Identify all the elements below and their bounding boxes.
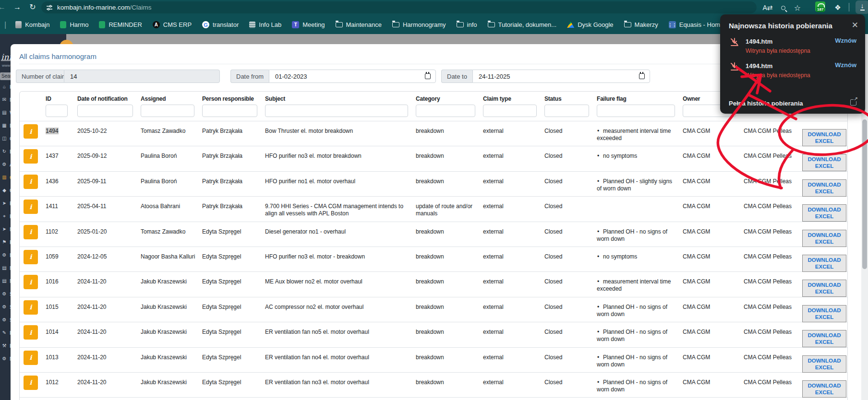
download-excel-button[interactable]: DOWNLOAD EXCEL — [802, 305, 846, 322]
bookmark-dysk-google[interactable]: Dysk Google — [563, 20, 617, 30]
cell-person: Patryk Brząkała — [202, 197, 265, 210]
cell-person: Patryk Brząkała — [202, 146, 265, 160]
news-list-icon: ▤ — [1, 278, 7, 283]
cell-assigned: Jakub Kraszewski — [141, 272, 202, 285]
resume-download-button[interactable]: Wznów — [835, 37, 856, 44]
bookmark-cms-erp[interactable]: ACMS ERP — [148, 20, 196, 30]
cell-status: Closed — [544, 322, 597, 336]
resume-download-button[interactable]: Wznów — [835, 61, 856, 69]
cell-id: 1411 — [46, 197, 77, 210]
cell-failure-flag: Planned OH - no signs of worn down — [597, 322, 683, 343]
download-status: Witryna była niedostępna — [746, 47, 856, 54]
column-filter-id[interactable] — [46, 105, 68, 117]
bookmark-makerzy[interactable]: Makerzy — [620, 20, 663, 30]
column-header-person-responsible: Person responsible — [202, 95, 265, 102]
filter-cell — [265, 105, 416, 117]
cell-claim-type: external — [483, 272, 544, 285]
bookmark-reminder[interactable]: REMINDER — [95, 20, 146, 30]
bookmark-harmonogramy[interactable]: Harmonogramy — [388, 20, 450, 30]
date-from-filter: Date from 01-02-2023 — [230, 70, 436, 83]
column-filter-category[interactable] — [416, 105, 475, 117]
date-from-label: Date from — [230, 70, 269, 83]
download-excel-button[interactable]: DOWNLOAD EXCEL — [802, 380, 846, 398]
download-excel-button[interactable]: DOWNLOAD EXCEL — [802, 330, 846, 347]
info-icon[interactable]: i — [24, 200, 38, 214]
cell-person: Edyta Szpręgel — [202, 297, 265, 311]
info-cell: i — [20, 373, 46, 390]
cell-owner: CMA CGM — [683, 222, 744, 235]
bookmark-meeting[interactable]: TMeeting — [288, 20, 329, 30]
cell-assigned: Jakub Kraszewski — [141, 348, 202, 361]
cell-failure-flag: measurement interval time exceeded — [597, 121, 683, 142]
date-from-value: 01-02-2023 — [275, 73, 307, 80]
info-icon[interactable]: i — [24, 376, 38, 390]
extension-icon[interactable]: 187 — [815, 1, 825, 12]
info-icon[interactable]: i — [24, 300, 38, 315]
scrollbar-thumb[interactable] — [862, 119, 867, 269]
bookmark-label: CMS ERP — [163, 21, 192, 28]
bookmark-info-lab[interactable]: Info Lab — [245, 20, 286, 30]
date-to-input[interactable]: 24-11-2025 — [472, 70, 650, 83]
download-excel-button[interactable]: DOWNLOAD EXCEL — [802, 129, 846, 146]
column-filter-date[interactable] — [77, 105, 133, 117]
download-excel-button[interactable]: DOWNLOAD EXCEL — [802, 280, 846, 297]
sheets-icon — [60, 21, 66, 28]
bookmark-star-icon[interactable]: ☆ — [792, 2, 803, 13]
translate-icon[interactable]: A⇄ — [762, 2, 773, 13]
info-cell: i — [20, 197, 46, 214]
full-download-history-link[interactable]: Pełna historia pobierania — [729, 100, 856, 107]
download-excel-button[interactable]: DOWNLOAD EXCEL — [802, 230, 846, 247]
info-icon[interactable]: i — [24, 351, 38, 365]
cell-claim-type: external — [483, 373, 544, 386]
close-icon[interactable]: ✕ — [852, 20, 858, 30]
site-info-icon[interactable] — [46, 4, 53, 11]
bookmark-label: info — [467, 21, 477, 28]
info-icon[interactable]: i — [24, 250, 38, 264]
info-icon[interactable]: i — [24, 175, 38, 189]
back-button[interactable]: ← — [0, 1, 8, 13]
search-icon[interactable] — [778, 2, 788, 13]
forward-button[interactable]: → — [12, 1, 23, 13]
cell-assigned: Tomasz Zawadko — [141, 222, 202, 235]
info-icon[interactable]: i — [24, 225, 38, 239]
date-from-input[interactable]: 01-02-2023 — [269, 70, 436, 83]
bookmark-harmo[interactable]: Harmo — [56, 20, 93, 30]
calendar-icon[interactable] — [639, 73, 645, 79]
bookmark-info[interactable]: info — [452, 20, 482, 30]
bookmark-maintenance[interactable]: Maintenance — [331, 20, 386, 30]
column-filter-claim-type[interactable] — [483, 105, 537, 117]
bookmark-kombajn[interactable]: Kombajn — [11, 20, 54, 30]
column-filter-status[interactable] — [544, 105, 589, 117]
downloads-button[interactable]: ↓ — [856, 0, 868, 14]
bookmark-translator[interactable]: Gtranslator — [198, 20, 243, 30]
cell-person: Edyta Szpręgel — [202, 322, 265, 336]
column-filter-failure-flag[interactable] — [597, 105, 675, 117]
address-bar[interactable]: kombajn.info-marine.com/Claims — [41, 1, 757, 13]
extensions-puzzle-icon[interactable]: ❖ — [832, 2, 843, 13]
download-item: 1494.htmWznówWitryna była niedostępna — [729, 61, 856, 79]
info-icon[interactable]: i — [24, 124, 38, 139]
download-excel-button[interactable]: DOWNLOAD EXCEL — [802, 255, 846, 272]
info-icon[interactable]: i — [24, 325, 38, 340]
calendar-icon[interactable] — [425, 73, 431, 79]
cell-owner: CMA CGM — [683, 247, 744, 260]
number-of-claims-input[interactable]: 14 — [64, 70, 220, 83]
info-icon[interactable]: i — [24, 275, 38, 289]
filter-cell — [202, 105, 265, 117]
cell-date: 2024-11-20 — [77, 297, 141, 311]
cell-status: Closed — [544, 172, 597, 185]
cell-download: DOWNLOAD EXCEL — [802, 272, 847, 297]
column-filter-person[interactable] — [202, 105, 257, 117]
column-filter-assigned[interactable] — [141, 105, 194, 117]
info-icon[interactable]: i — [24, 149, 38, 164]
column-filter-subject[interactable] — [265, 105, 408, 117]
reload-button[interactable]: ↻ — [27, 1, 38, 13]
download-excel-button[interactable]: DOWNLOAD EXCEL — [802, 355, 846, 373]
cell-date: 2024-11-20 — [77, 373, 141, 386]
bookmark-tutoriale-dokumen-[interactable]: Tutoriale, dokumen... — [483, 20, 561, 30]
cell-failure-flag: no symptoms — [597, 247, 683, 260]
download-excel-button[interactable]: DOWNLOAD EXCEL — [802, 179, 846, 197]
download-excel-button[interactable]: DOWNLOAD EXCEL — [802, 204, 846, 222]
download-excel-button[interactable]: DOWNLOAD EXCEL — [802, 154, 846, 171]
menu-list-icon: ▤ — [1, 265, 7, 271]
